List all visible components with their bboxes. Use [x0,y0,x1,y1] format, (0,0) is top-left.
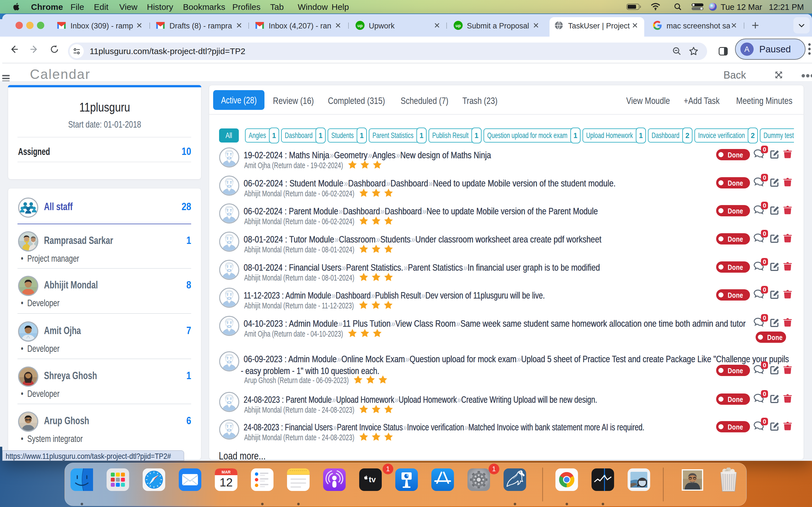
svg-text:up: up [456,23,461,28]
svg-text:MAR: MAR [221,470,231,474]
svg-text:up: up [357,23,363,28]
svg-text:12: 12 [220,476,233,489]
svg-text:tv: tv [369,475,376,484]
